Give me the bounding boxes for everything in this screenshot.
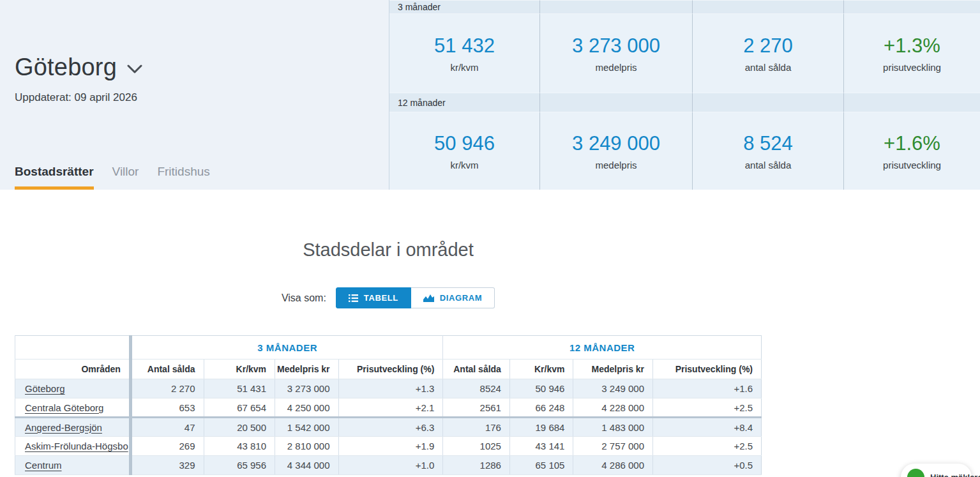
area-link[interactable]: Angered-Bergsjön (15, 418, 131, 437)
cell-12m: 4 228 000 (573, 398, 653, 418)
stat-cell-antal-sålda: 8 524antal sålda (692, 112, 843, 190)
cell-12m: 176 (443, 418, 510, 437)
cell-3m: 3 273 000 (275, 379, 339, 398)
stat-cell-prisutveckling: +1.6%prisutveckling (843, 112, 980, 190)
period-band (539, 93, 692, 112)
table-row: Centrala Göteborg65367 6544 250 000+2.12… (15, 398, 762, 418)
table-row: Göteborg2 27051 4313 273 000+1.3852450 9… (15, 379, 762, 398)
view-button-tabell[interactable]: TABELL (336, 287, 411, 308)
cell-12m: 2561 (443, 398, 510, 418)
areas-table-head: 3 MÅNADER12 MÅNADEROmrådenAntal såldaKr/… (15, 336, 762, 379)
cell-3m: 67 654 (204, 398, 275, 418)
stat-label: prisutveckling (883, 62, 941, 73)
chat-widget-label: Hitta mäklare (930, 473, 980, 477)
stat-label: medelpris (595, 62, 637, 73)
cell-12m: 4 286 000 (573, 456, 653, 475)
list-icon (349, 294, 358, 302)
cell-12m: 2 757 000 (573, 437, 653, 456)
stat-value: 3 249 000 (572, 132, 660, 155)
table-row: Angered-Bergsjön4720 5001 542 000+6.3176… (15, 418, 762, 437)
stat-cell-medelpris: 3 249 000medelpris (539, 112, 692, 190)
updated-text: Uppdaterat: 09 april 2026 (0, 81, 389, 104)
column-header: Prisutveckling (%) (653, 360, 762, 379)
tab-fritidshus[interactable]: Fritidshus (157, 165, 209, 190)
stat-value: 8 524 (743, 132, 793, 155)
chevron-down-icon[interactable] (127, 64, 142, 76)
period-band (843, 93, 980, 112)
cell-3m: +1.9 (338, 437, 443, 456)
cell-12m: 1025 (443, 437, 510, 456)
location-selector[interactable]: Göteborg (0, 0, 389, 81)
table-row: Centrum32965 9564 344 000+1.0128665 1054… (15, 456, 762, 475)
cell-3m: +1.0 (338, 456, 443, 475)
stat-value: 50 946 (434, 132, 495, 155)
cell-12m: +0.5 (653, 456, 762, 475)
cell-3m: 269 (130, 437, 204, 456)
column-header: Kr/kvm (509, 360, 573, 379)
cell-12m: 66 248 (509, 398, 573, 418)
cell-12m: 3 249 000 (573, 379, 653, 398)
period-band-label: 3 månader (389, 0, 539, 14)
property-type-tabs: BostadsrätterVillorFritidshus (15, 165, 210, 190)
cell-12m: 8524 (443, 379, 510, 398)
stat-value: +1.6% (884, 132, 940, 155)
location-title[interactable]: Göteborg (15, 54, 117, 81)
view-button-label: DIAGRAM (440, 293, 482, 303)
cell-3m: 65 956 (204, 456, 275, 475)
stat-cell-medelpris: 3 273 000medelpris (539, 14, 692, 93)
cell-3m: +1.3 (338, 379, 443, 398)
stat-label: kr/kvm (450, 62, 478, 73)
view-button-diagram[interactable]: DIAGRAM (411, 287, 495, 308)
cell-3m: 4 250 000 (275, 398, 339, 418)
table-corner-cell (15, 336, 131, 360)
cell-12m: +1.6 (653, 379, 762, 398)
cell-12m: 1286 (443, 456, 510, 475)
stat-value: 51 432 (434, 34, 495, 57)
chat-widget[interactable]: Hitta mäklare (901, 464, 972, 477)
period-band (843, 0, 980, 14)
stat-cell-prisutveckling: +1.3%prisutveckling (843, 14, 980, 93)
group-header: 12 MÅNADER (443, 336, 762, 360)
area-link[interactable]: Centrum (15, 456, 131, 475)
hero: Göteborg Uppdaterat: 09 april 2026 Bosta… (0, 0, 980, 190)
cell-12m: +2.5 (653, 437, 762, 456)
view-button-label: TABELL (364, 293, 398, 303)
column-header: Medelpris kr (573, 360, 653, 379)
view-toggle-label: Visa som: (282, 292, 326, 304)
stat-value: +1.3% (884, 34, 940, 57)
column-header-area: Områden (15, 360, 131, 379)
period-band (539, 0, 692, 14)
main-section: Stadsdelar i området Visa som: TABELLDIA… (15, 239, 762, 475)
cell-3m: 2 810 000 (275, 437, 339, 456)
summary-stats-grid: 3 månader51 432kr/kvm3 273 000medelpris2… (389, 0, 980, 190)
area-link[interactable]: Göteborg (15, 379, 131, 398)
cell-12m: 19 684 (509, 418, 573, 437)
column-header-row: OmrådenAntal såldaKr/kvmMedelpris krPris… (15, 360, 762, 379)
period-band-label: 12 månader (389, 93, 539, 112)
stat-value: 2 270 (743, 34, 793, 57)
cell-3m: 47 (130, 418, 204, 437)
area-link[interactable]: Centrala Göteborg (15, 398, 131, 418)
cell-3m: 329 (130, 456, 204, 475)
chart-icon (423, 294, 434, 302)
page: Göteborg Uppdaterat: 09 april 2026 Bosta… (0, 0, 980, 477)
areas-table-body: Göteborg2 27051 4313 273 000+1.3852450 9… (15, 379, 762, 475)
table-row: Askim-Frölunda-Högsbo26943 8102 810 000+… (15, 437, 762, 456)
stat-cell-kr-kvm: 51 432kr/kvm (389, 14, 539, 93)
tab-bostadsrätter[interactable]: Bostadsrätter (15, 165, 94, 190)
area-link[interactable]: Askim-Frölunda-Högsbo (15, 437, 131, 456)
column-header: Kr/kvm (204, 360, 275, 379)
stat-label: medelpris (595, 160, 637, 170)
cell-3m: +6.3 (338, 418, 443, 437)
column-header: Antal sålda (130, 360, 204, 379)
chat-icon (907, 469, 924, 477)
cell-12m: 50 946 (509, 379, 573, 398)
tab-villor[interactable]: Villor (112, 165, 139, 190)
cell-3m: 4 344 000 (275, 456, 339, 475)
cell-3m: 653 (130, 398, 204, 418)
areas-table: 3 MÅNADER12 MÅNADEROmrådenAntal såldaKr/… (15, 335, 762, 475)
stat-label: kr/kvm (450, 160, 478, 170)
cell-3m: +2.1 (338, 398, 443, 418)
view-toggle: TABELLDIAGRAM (336, 287, 495, 308)
cell-12m: +2.5 (653, 398, 762, 418)
